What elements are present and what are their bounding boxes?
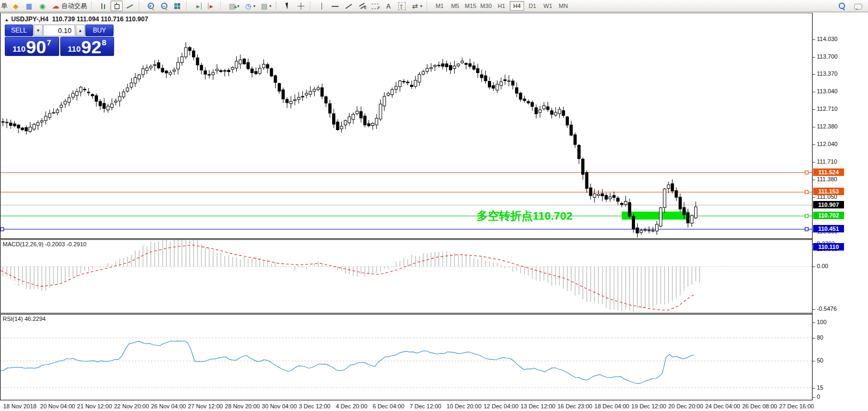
rsi-header: RSI(14) 46.2294 xyxy=(3,316,46,322)
menu-label[interactable]: 单 xyxy=(0,2,9,11)
indicators-list-icon xyxy=(228,2,237,11)
horizontal-line-button[interactable] xyxy=(329,1,341,11)
search-icon[interactable] xyxy=(837,2,846,11)
trend-line-button[interactable] xyxy=(342,1,355,11)
toolbar-separator xyxy=(91,2,95,10)
text-button[interactable] xyxy=(382,1,395,11)
vertical-line-icon xyxy=(317,2,326,11)
price-tick-label: 113.040 xyxy=(817,88,838,94)
time-label: 16 Dec 23:00 xyxy=(558,403,592,409)
sell-price-pips: 90 xyxy=(26,39,46,55)
price-tick-label: 114.030 xyxy=(817,36,838,42)
timeframe-m30-button[interactable]: M30 xyxy=(479,1,493,11)
templates-button[interactable]: ▾ xyxy=(258,1,273,11)
timeframe-h4-button[interactable]: H4 xyxy=(510,1,524,11)
chart-shift-button[interactable] xyxy=(192,1,204,11)
time-label: 28 Nov 20:00 xyxy=(225,403,260,409)
sell-button[interactable]: SELL xyxy=(5,25,33,36)
chart-shift-icon xyxy=(194,2,203,11)
periods-button[interactable]: ▾ xyxy=(242,1,257,11)
templates-dropdown-icon[interactable]: ▾ xyxy=(269,4,271,9)
time-label: 21 Nov 12:00 xyxy=(77,403,112,409)
auto-scroll-button[interactable] xyxy=(205,1,218,11)
signals-button[interactable] xyxy=(36,1,49,11)
candlestick-chart-button[interactable] xyxy=(110,1,123,11)
macd-tick-label: -0.5476 xyxy=(817,305,837,312)
lot-size-input[interactable] xyxy=(43,25,75,36)
turning-point-annotation[interactable]: 多空转折点110.702 xyxy=(477,208,573,223)
axis-tickmark xyxy=(813,127,815,127)
crosshair-button[interactable] xyxy=(295,1,307,11)
cursor-button[interactable] xyxy=(282,1,294,11)
price-tick-label: 112.710 xyxy=(817,106,838,112)
time-label: 20 Dec 20:00 xyxy=(668,403,703,409)
price-axis[interactable]: 114.030113.700113.370113.040112.710112.3… xyxy=(813,13,868,400)
buy-button[interactable]: BUY xyxy=(85,25,114,36)
bar-chart-icon xyxy=(99,2,108,11)
time-label: 13 Dec 12:00 xyxy=(520,403,555,409)
arrows-dropdown-icon[interactable]: ▾ xyxy=(420,4,422,9)
time-label: 12 Dec 04:00 xyxy=(484,403,518,409)
autotrade-icon xyxy=(51,2,60,11)
price-badge-111.524: 111.524 xyxy=(813,168,844,176)
lot-increase-button[interactable]: ▲ xyxy=(76,25,85,36)
toolbar-separator xyxy=(427,2,430,10)
timeframe-w1-button[interactable]: W1 xyxy=(541,1,555,11)
chat-icon[interactable] xyxy=(854,2,863,11)
axis-tickmark xyxy=(813,109,815,110)
new-order-button[interactable] xyxy=(10,1,22,11)
indicators-list-dropdown-icon[interactable]: ▾ xyxy=(237,4,239,9)
bar-chart-button[interactable] xyxy=(97,1,109,11)
macd-pane[interactable]: MACD(12,26,9) -0.2003 -0.2910 xyxy=(0,240,813,313)
autotrade-label: 自动交易 xyxy=(61,2,87,11)
equidistant-channel-icon xyxy=(357,2,366,11)
zoom-in-button[interactable] xyxy=(144,1,157,11)
chart-window[interactable]: 多空转折点110.702 ▲USDJPY-,H4 110.739 111.094… xyxy=(0,13,868,411)
equidistant-channel-button[interactable] xyxy=(356,1,368,11)
timeframe-m15-button[interactable]: M15 xyxy=(463,1,478,11)
fibonacci-retracement-button[interactable] xyxy=(369,1,381,11)
timeframe-d1-button[interactable]: D1 xyxy=(525,1,540,11)
buy-price-display[interactable]: 110 92 8 xyxy=(60,37,115,56)
price-tick-label: 113.700 xyxy=(817,53,838,60)
crosshair-icon xyxy=(296,2,306,11)
periods-icon xyxy=(244,2,253,11)
rsi-tick-label: 80 xyxy=(817,334,823,341)
timeframe-mn-button[interactable]: MN xyxy=(556,1,570,11)
periods-dropdown-icon[interactable]: ▾ xyxy=(253,4,255,9)
line-chart-icon xyxy=(125,2,134,11)
toolbar-separator xyxy=(139,2,142,10)
timeframe-m1-button[interactable]: M1 xyxy=(432,1,447,11)
vertical-line-button[interactable] xyxy=(316,1,328,11)
arrows-button[interactable]: ▾ xyxy=(409,1,424,11)
zoom-out-icon xyxy=(159,2,168,11)
time-axis[interactable]: 18 Nov 201820 Nov 04:0021 Nov 12:0022 No… xyxy=(0,400,868,411)
time-label: 22 Nov 20:00 xyxy=(114,403,149,409)
time-label: 3 Dec 12:00 xyxy=(299,403,330,409)
timeframe-m5-button[interactable]: M5 xyxy=(448,1,462,11)
time-label: 26 Nov 04:00 xyxy=(151,403,186,409)
axis-tickmark xyxy=(813,397,815,398)
price-badge-111.153: 111.153 xyxy=(813,188,844,195)
tile-windows-icon xyxy=(173,2,182,11)
charts-window-button[interactable] xyxy=(23,1,35,11)
price-pane[interactable]: 多空转折点110.702 ▲USDJPY-,H4 110.739 111.094… xyxy=(0,13,813,238)
collapse-icon[interactable]: ▲ xyxy=(4,17,9,22)
sell-price-display[interactable]: 110 90 7 xyxy=(5,37,59,56)
buy-price-point: 8 xyxy=(102,38,106,47)
axis-tickmark xyxy=(813,338,815,339)
indicators-list-button[interactable]: ▾ xyxy=(226,1,241,11)
axis-tickmark xyxy=(813,39,815,40)
text-label-button[interactable] xyxy=(396,1,408,11)
tile-windows-button[interactable] xyxy=(171,1,183,11)
lot-decrease-button[interactable]: ▼ xyxy=(34,25,43,36)
timeframe-h1-button[interactable]: H1 xyxy=(494,1,509,11)
price-tick-label: 112.040 xyxy=(817,141,838,147)
toolbar: 单自动交易▾▾▾▾M1M5M15M30H1H4D1W1MN xyxy=(0,0,868,12)
time-label: 26 Dec 08:00 xyxy=(742,403,777,409)
autotrade-button[interactable]: 自动交易 xyxy=(50,1,89,11)
rsi-pane[interactable]: RSI(14) 46.2294 xyxy=(0,315,813,400)
arrows-icon xyxy=(411,2,420,11)
line-chart-button[interactable] xyxy=(124,1,136,11)
zoom-out-button[interactable] xyxy=(158,1,170,11)
